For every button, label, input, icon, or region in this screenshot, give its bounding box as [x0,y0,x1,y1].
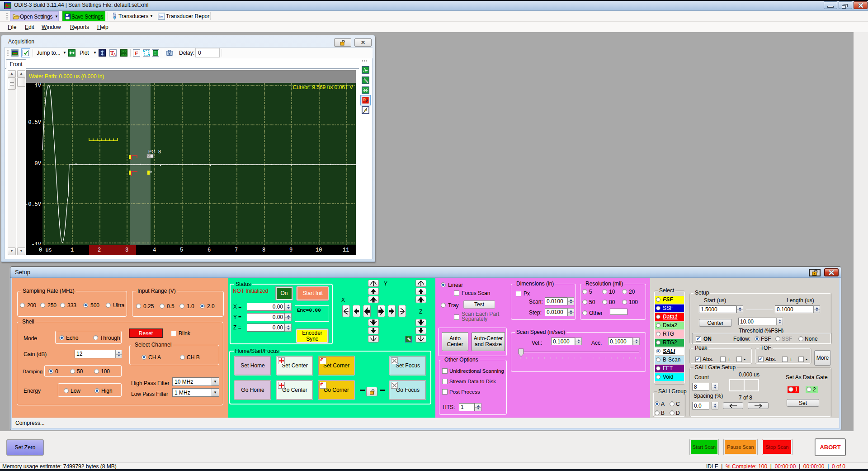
svg-text:PG_8: PG_8 [148,149,161,154]
svg-text:2: 2 [366,98,368,103]
svg-text:fw: fw [159,14,163,19]
svg-text:A: A [113,53,116,56]
svg-text:Cursor: 9.569 us 0.061 V: Cursor: 9.569 us 0.061 V [293,84,353,90]
svg-text:F: F [135,50,138,57]
